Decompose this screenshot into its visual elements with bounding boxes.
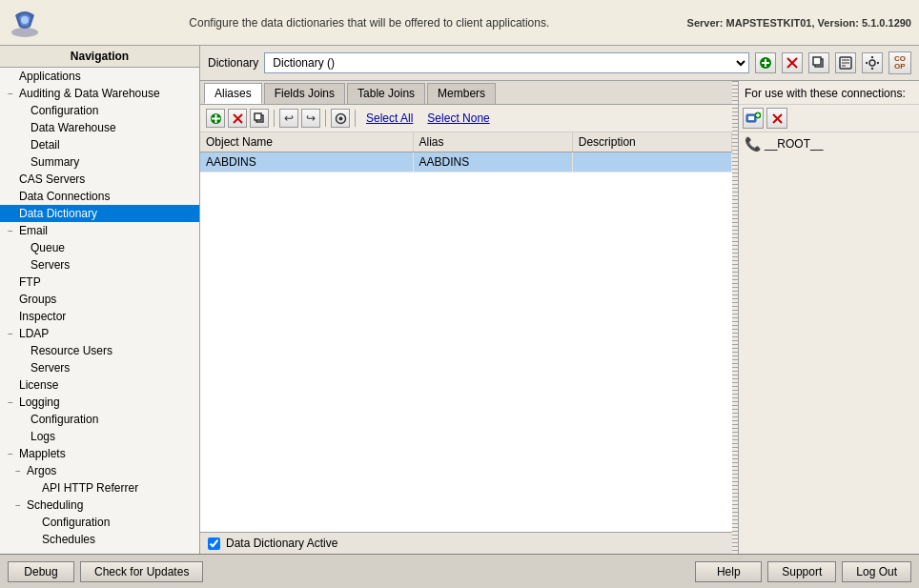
top-description: Configure the data dictionaries that wil… <box>51 16 687 30</box>
sidebar-item-resource-users[interactable]: Resource Users <box>0 342 199 359</box>
server-info: Server: MAPSTESTKIT01, Version: 5.1.0.12… <box>687 17 911 29</box>
sidebar-item-data-warehouse[interactable]: Data Warehouse <box>0 119 199 136</box>
sidebar-item-mapplets[interactable]: − Mapplets <box>0 445 199 462</box>
add-dictionary-button[interactable] <box>755 52 776 73</box>
select-none-button[interactable]: Select None <box>421 110 495 127</box>
data-dictionary-active-checkbox[interactable] <box>208 537 220 550</box>
sidebar-item-api-http[interactable]: API HTTP Referrer <box>0 479 199 497</box>
auditing-label: Auditing & Data Warehouse <box>19 87 160 100</box>
col-alias: Alias <box>413 132 572 152</box>
col-object-name: Object Name <box>200 132 413 152</box>
logs-label: Logs <box>31 430 55 443</box>
expand-icon-logging: − <box>8 397 17 408</box>
resource-users-label: Resource Users <box>31 344 112 357</box>
sidebar-item-sched-config[interactable]: Configuration <box>0 514 199 531</box>
svg-point-13 <box>869 60 875 66</box>
properties-button[interactable] <box>835 52 856 73</box>
connections-toolbar <box>739 105 919 132</box>
license-label: License <box>19 378 58 392</box>
svg-rect-28 <box>748 116 754 120</box>
check-updates-button[interactable]: Check for Updates <box>80 561 203 582</box>
logout-button[interactable]: Log Out <box>842 561 911 582</box>
aliases-table: Object Name Alias Description AABDINS AA… <box>200 132 732 172</box>
delete-dictionary-button[interactable] <box>782 52 803 73</box>
delete-row-button[interactable] <box>228 109 247 128</box>
undo-button[interactable]: ↩ <box>279 109 298 128</box>
dictionary-select[interactable]: Dictionary () <box>264 52 749 73</box>
debug-button[interactable]: Debug <box>8 561 74 582</box>
add-connection-button[interactable] <box>743 108 764 129</box>
sidebar-item-applications[interactable]: Applications <box>0 68 199 85</box>
main-content: Navigation Applications − Auditing & Dat… <box>0 46 919 554</box>
sidebar-item-ldap[interactable]: − LDAP <box>0 325 199 342</box>
applications-label: Applications <box>19 70 81 83</box>
sidebar-item-inspector[interactable]: Inspector <box>0 308 199 325</box>
data-table: Object Name Alias Description AABDINS AA… <box>200 132 732 532</box>
configuration-label: Configuration <box>31 104 98 117</box>
remove-connection-button[interactable] <box>766 108 787 129</box>
svg-point-17 <box>877 62 879 64</box>
help-button[interactable]: Help <box>695 561 762 582</box>
api-http-label: API HTTP Referrer <box>42 481 138 495</box>
sidebar-item-servers-ldap[interactable]: Servers <box>0 359 199 376</box>
sidebar-item-data-connections[interactable]: Data Connections <box>0 188 199 205</box>
data-dictionary-active-label: Data Dictionary Active <box>226 537 337 550</box>
connections-panel: For use with these connections: <box>738 81 919 554</box>
sidebar-item-servers-email[interactable]: Servers <box>0 256 199 274</box>
queue-label: Queue <box>31 241 65 254</box>
svg-point-26 <box>338 116 342 120</box>
sidebar-item-cas-servers[interactable]: CAS Servers <box>0 171 199 188</box>
ldap-label: LDAP <box>19 327 49 340</box>
cell-object-name: AABDINS <box>200 152 413 172</box>
tab-aliases[interactable]: Aliases <box>204 83 262 104</box>
navigation-tree: Applications − Auditing & Data Warehouse… <box>0 68 199 554</box>
table-row[interactable]: AABDINS AABDINS <box>200 152 732 172</box>
svg-point-15 <box>871 68 873 70</box>
settings-button[interactable] <box>862 52 883 73</box>
sidebar-item-logging-config[interactable]: Configuration <box>0 411 199 428</box>
tab-table-joins[interactable]: Table Joins <box>347 83 425 104</box>
connections-header: For use with these connections: <box>739 81 919 105</box>
sidebar-item-detail[interactable]: Detail <box>0 136 199 153</box>
sidebar-item-queue[interactable]: Queue <box>0 239 199 256</box>
toolbar-separator-2 <box>325 110 326 127</box>
sidebar: Navigation Applications − Auditing & Dat… <box>0 46 200 554</box>
sidebar-item-argos[interactable]: − Argos <box>0 462 199 479</box>
sidebar-item-data-dictionary[interactable]: Data Dictionary <box>0 205 199 222</box>
sidebar-item-license[interactable]: License <box>0 376 199 394</box>
cell-alias: AABDINS <box>413 152 572 172</box>
select-all-button[interactable]: Select All <box>360 110 419 127</box>
add-row-button[interactable] <box>206 109 225 128</box>
sidebar-item-ftp[interactable]: FTP <box>0 274 199 291</box>
sidebar-item-summary[interactable]: Summary <box>0 153 199 171</box>
sidebar-item-groups[interactable]: Groups <box>0 291 199 308</box>
right-panel: Dictionary Dictionary () COOP <box>200 46 919 554</box>
sidebar-item-logs[interactable]: Logs <box>0 428 199 445</box>
content-area: Aliases Fields Joins Table Joins Members <box>200 81 919 554</box>
redo-button[interactable]: ↪ <box>301 109 320 128</box>
sidebar-item-scheduling[interactable]: − Scheduling <box>0 497 199 514</box>
filter-button[interactable] <box>331 109 350 128</box>
sidebar-item-email[interactable]: − Email <box>0 222 199 239</box>
dictionary-label: Dictionary <box>208 56 258 70</box>
cas-servers-label: CAS Servers <box>19 172 85 186</box>
tab-fields-joins[interactable]: Fields Joins <box>264 83 345 104</box>
logging-config-label: Configuration <box>31 413 98 426</box>
support-button[interactable]: Support <box>767 561 836 582</box>
servers-ldap-label: Servers <box>31 361 70 375</box>
connection-item-root[interactable]: 📞 __ROOT__ <box>741 134 917 153</box>
table-header-row: Object Name Alias Description <box>200 132 732 152</box>
connection-label: __ROOT__ <box>765 137 823 151</box>
tab-members[interactable]: Members <box>427 83 496 104</box>
sidebar-item-auditing[interactable]: − Auditing & Data Warehouse <box>0 85 199 102</box>
coop-button[interactable]: COOP <box>888 51 911 74</box>
svg-rect-8 <box>813 57 821 65</box>
copy-dictionary-button[interactable] <box>808 52 829 73</box>
sidebar-item-logging[interactable]: − Logging <box>0 394 199 411</box>
sidebar-item-schedules[interactable]: Schedules <box>0 531 199 548</box>
svg-point-0 <box>11 28 38 37</box>
cell-description <box>572 152 731 172</box>
footer-right: Help Support Log Out <box>695 561 911 582</box>
copy-row-button[interactable] <box>250 109 269 128</box>
sidebar-item-configuration[interactable]: Configuration <box>0 102 199 119</box>
